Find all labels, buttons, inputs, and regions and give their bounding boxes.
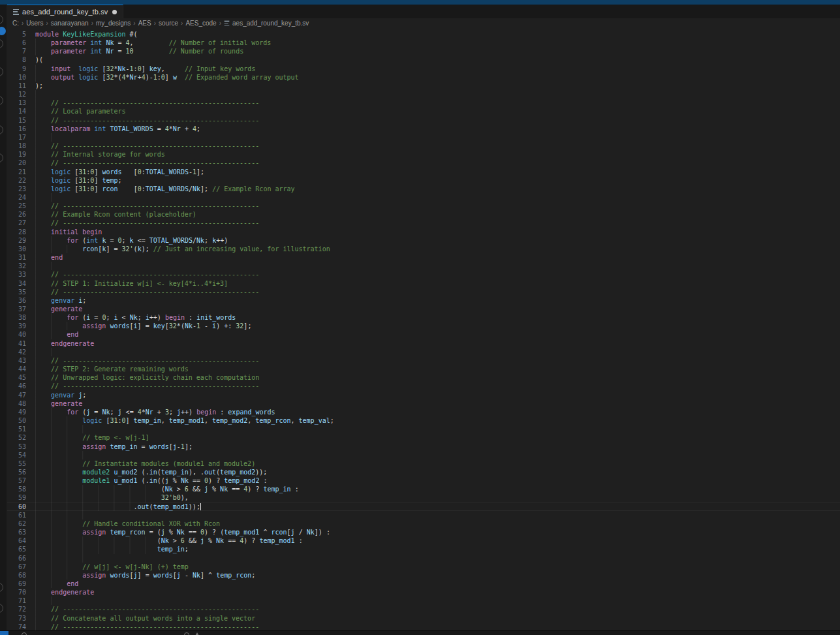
code-line[interactable]: 36 genvar i; bbox=[7, 296, 840, 305]
code-line-text[interactable]: // temp <- w[j-1] bbox=[35, 433, 840, 442]
code-line-text[interactable]: endgenerate bbox=[35, 588, 840, 596]
code-line-text[interactable]: (Nk > 6 && j % Nk == 4) ? temp_in : bbox=[35, 485, 840, 493]
line-number[interactable]: 59 bbox=[7, 493, 26, 502]
line-number[interactable]: 24 bbox=[7, 193, 26, 202]
code-line[interactable]: 11); bbox=[7, 82, 840, 90]
code-line-text[interactable] bbox=[35, 133, 840, 142]
code-line[interactable]: 58 (Nk > 6 && j % Nk == 4) ? temp_in : bbox=[7, 485, 840, 493]
line-number[interactable]: 71 bbox=[7, 596, 26, 605]
code-line-text[interactable]: logic [31:0] rcon [0:TOTAL_WORDS/Nk]; //… bbox=[35, 185, 840, 193]
code-line-text[interactable]: rcon[k] = 32'(k); // Just an increasing … bbox=[35, 245, 840, 253]
line-number[interactable]: 52 bbox=[7, 433, 26, 442]
line-number[interactable]: 57 bbox=[7, 476, 26, 485]
code-line-text[interactable]: module1 u_mod1 (.in((j % Nk == 0) ? temp… bbox=[35, 476, 840, 485]
code-line[interactable]: 59 32'b0), bbox=[7, 493, 840, 502]
code-line-text[interactable]: // STEP 1: Initialize w[i] <- key[4*i..4… bbox=[35, 279, 840, 288]
code-line-text[interactable]: // -------------------------------------… bbox=[35, 219, 840, 227]
code-line-text[interactable] bbox=[35, 193, 840, 202]
code-line[interactable]: 27 // ----------------------------------… bbox=[7, 219, 840, 227]
line-number[interactable]: 69 bbox=[7, 580, 26, 588]
code-line[interactable]: 39 assign words[i] = key[32*(Nk-1 - i) +… bbox=[7, 322, 840, 330]
line-number[interactable]: 67 bbox=[7, 563, 26, 571]
line-number[interactable]: 32 bbox=[7, 262, 26, 270]
code-line[interactable]: 69 end bbox=[7, 580, 840, 588]
code-line-text[interactable]: // Instantiate modules (module1 and modu… bbox=[35, 459, 840, 468]
code-line[interactable]: 73 // Concatenate all output words into … bbox=[7, 614, 840, 623]
account-icon[interactable] bbox=[0, 583, 3, 592]
code-line[interactable]: 43 // ----------------------------------… bbox=[7, 356, 840, 365]
line-number[interactable]: 39 bbox=[7, 322, 26, 330]
line-number[interactable]: 30 bbox=[7, 245, 26, 253]
remote-indicator[interactable] bbox=[0, 631, 8, 635]
line-number[interactable]: 9 bbox=[7, 65, 26, 73]
code-line-text[interactable]: for (int k = 0; k <= TOTAL_WORDS/Nk; k++… bbox=[35, 236, 840, 245]
line-number[interactable]: 56 bbox=[7, 468, 26, 476]
code-line-text[interactable]: output logic [32*(4*Nr+4)-1:0] w // Expa… bbox=[35, 73, 840, 82]
code-line-text[interactable]: )( bbox=[35, 55, 840, 64]
code-line-text[interactable]: // -------------------------------------… bbox=[35, 288, 840, 296]
line-number[interactable]: 11 bbox=[7, 82, 26, 90]
code-line[interactable]: 31 end bbox=[7, 253, 840, 262]
code-line[interactable]: 17 bbox=[7, 133, 840, 142]
code-line[interactable]: 68 assign words[j] = words[j - Nk] ^ tem… bbox=[7, 571, 840, 580]
code-line-text[interactable] bbox=[35, 262, 840, 270]
code-line-text[interactable]: endgenerate bbox=[35, 339, 840, 348]
code-line-text[interactable]: temp_in; bbox=[35, 545, 840, 553]
code-line[interactable]: 52 // temp <- w[j-1] bbox=[7, 433, 840, 442]
code-line[interactable]: 40 end bbox=[7, 330, 840, 339]
code-line-text[interactable]: for (i = 0; i < Nk; i++) begin : init_wo… bbox=[35, 313, 840, 322]
code-line-text[interactable]: module2 u_mod2 (.in(temp_in), .out(temp_… bbox=[35, 468, 840, 476]
code-line[interactable]: 45 // Unwrapped logic: explicitly chain … bbox=[7, 373, 840, 382]
line-number[interactable]: 18 bbox=[7, 142, 26, 150]
code-line[interactable]: 67 // w[j] <- w[j-Nk] (+) temp bbox=[7, 563, 840, 571]
line-number[interactable]: 61 bbox=[7, 511, 26, 519]
line-number[interactable]: 12 bbox=[7, 90, 26, 99]
code-line-text[interactable]: // -------------------------------------… bbox=[35, 202, 840, 210]
code-line-text[interactable]: // -------------------------------------… bbox=[35, 142, 840, 150]
code-line[interactable]: 54 bbox=[7, 451, 840, 459]
line-number[interactable]: 63 bbox=[7, 528, 26, 536]
code-line-text[interactable]: assign words[j] = words[j - Nk] ^ temp_r… bbox=[35, 571, 840, 580]
code-line-text[interactable] bbox=[35, 451, 840, 459]
code-line[interactable]: 46 // ----------------------------------… bbox=[7, 382, 840, 390]
line-number[interactable]: 65 bbox=[7, 545, 26, 553]
code-line-text[interactable]: // Concatenate all output words into a s… bbox=[35, 614, 840, 623]
line-number[interactable]: 51 bbox=[7, 425, 26, 433]
code-line[interactable]: 30 rcon[k] = 32'(k); // Just an increasi… bbox=[7, 245, 840, 253]
line-number[interactable]: 54 bbox=[7, 451, 26, 459]
code-line-text[interactable]: logic [31:0] temp; bbox=[35, 176, 840, 185]
line-number[interactable]: 43 bbox=[7, 356, 26, 365]
extensions-icon[interactable] bbox=[0, 125, 3, 134]
code-line[interactable]: 66 bbox=[7, 554, 840, 563]
code-line-text[interactable]: ); bbox=[35, 82, 840, 90]
line-number[interactable]: 72 bbox=[7, 605, 26, 613]
code-line-text[interactable]: // Local parameters bbox=[35, 107, 840, 116]
line-number[interactable]: 17 bbox=[7, 133, 26, 142]
code-line[interactable]: 12 bbox=[7, 90, 840, 99]
code-line[interactable]: 26 // Example Rcon content (placeholder) bbox=[7, 210, 840, 219]
code-line-text[interactable]: logic [31:0] words [0:TOTAL_WORDS-1]; bbox=[35, 168, 840, 176]
line-number[interactable]: 21 bbox=[7, 168, 26, 176]
files-icon[interactable] bbox=[0, 15, 3, 24]
line-number[interactable]: 10 bbox=[7, 73, 26, 82]
line-number[interactable]: 31 bbox=[7, 253, 26, 262]
line-number[interactable]: 70 bbox=[7, 588, 26, 596]
code-line-text[interactable]: initial begin bbox=[35, 228, 840, 236]
line-number[interactable]: 16 bbox=[7, 125, 26, 133]
breadcrumb-item[interactable]: source bbox=[159, 20, 178, 27]
code-line-text[interactable]: // -------------------------------------… bbox=[35, 382, 840, 390]
code-line[interactable]: 56 module2 u_mod2 (.in(temp_in), .out(te… bbox=[7, 468, 840, 476]
code-line[interactable]: 22 logic [31:0] temp; bbox=[7, 176, 840, 185]
code-line-text[interactable]: // Unwrapped logic: explicitly chain eac… bbox=[35, 373, 840, 382]
code-line[interactable]: 70 endgenerate bbox=[7, 588, 840, 596]
code-line-text[interactable]: // -------------------------------------… bbox=[35, 270, 840, 279]
code-line-text[interactable]: parameter int Nr = 10 // Number of round… bbox=[35, 47, 840, 55]
code-line[interactable]: 16 localparam int TOTAL_WORDS = 4*Nr + 4… bbox=[7, 125, 840, 133]
line-number[interactable]: 42 bbox=[7, 348, 26, 356]
code-line-text[interactable]: // Handle conditional XOR with Rcon bbox=[35, 519, 840, 528]
code-line-text[interactable] bbox=[35, 596, 840, 605]
line-number[interactable]: 7 bbox=[7, 47, 26, 55]
code-line[interactable]: 38 for (i = 0; i < Nk; i++) begin : init… bbox=[7, 313, 840, 322]
code-line-text[interactable]: // -------------------------------------… bbox=[35, 99, 840, 107]
code-line-text[interactable]: for (j = Nk; j <= 4*Nr + 3; j++) begin :… bbox=[35, 408, 840, 416]
